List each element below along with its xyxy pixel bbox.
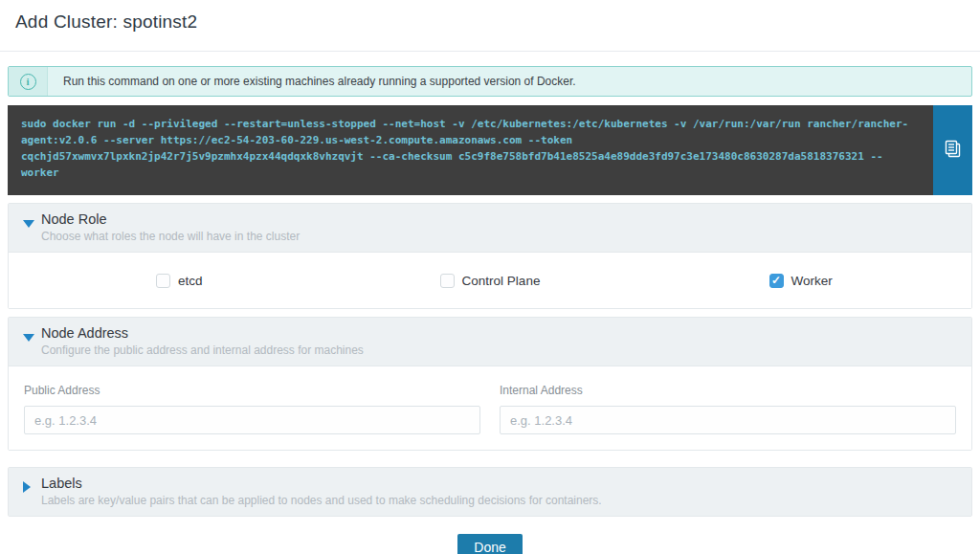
node-address-subtitle: Configure the public address and interna… xyxy=(41,343,958,357)
worker-checkbox[interactable] xyxy=(769,274,784,288)
page-header: Add Cluster: spotinst2 xyxy=(0,0,980,42)
labels-section: Labels Labels are key/value pairs that c… xyxy=(8,467,972,517)
roles-row: etcd Control Plane Worker xyxy=(9,253,971,308)
node-role-body: etcd Control Plane Worker xyxy=(9,252,971,308)
internal-address-input[interactable] xyxy=(500,406,956,434)
public-address-label: Public Address xyxy=(24,384,480,397)
caret-down-icon xyxy=(23,334,34,342)
control-plane-checkbox-label: Control Plane xyxy=(462,274,541,288)
node-address-section: Node Address Configure the public addres… xyxy=(8,317,972,451)
etcd-checkbox-item[interactable]: etcd xyxy=(156,274,203,288)
node-role-section-header[interactable]: Node Role Choose what roles the node wil… xyxy=(9,204,971,252)
add-cluster-page: Add Cluster: spotinst2 i Run this comman… xyxy=(0,0,980,554)
info-banner-text: Run this command on one or more existing… xyxy=(48,67,576,96)
labels-section-header[interactable]: Labels Labels are key/value pairs that c… xyxy=(9,468,971,516)
role-col-worker: Worker xyxy=(645,274,956,288)
node-role-title: Node Role xyxy=(41,211,958,227)
header-divider xyxy=(0,51,980,52)
node-role-subtitle: Choose what roles the node will have in … xyxy=(41,230,958,243)
page-title: Add Cluster: spotinst2 xyxy=(15,11,965,33)
worker-checkbox-label: Worker xyxy=(791,274,833,288)
docker-command-text: sudo docker run -d --privileged --restar… xyxy=(8,105,933,195)
control-plane-checkbox[interactable] xyxy=(440,274,455,288)
info-banner: i Run this command on one or more existi… xyxy=(8,66,972,97)
copy-command-button[interactable] xyxy=(933,105,972,195)
page-footer: Done xyxy=(0,534,980,554)
public-address-input[interactable] xyxy=(24,406,480,434)
internal-address-label: Internal Address xyxy=(500,384,956,397)
info-icon: i xyxy=(20,74,36,90)
address-fields-row: Public Address Internal Address xyxy=(9,366,971,450)
node-role-section: Node Role Choose what roles the node wil… xyxy=(8,203,972,309)
labels-title: Labels xyxy=(41,476,958,491)
clipboard-icon xyxy=(945,140,962,162)
control-plane-checkbox-item[interactable]: Control Plane xyxy=(440,274,541,288)
done-button[interactable]: Done xyxy=(457,534,522,554)
caret-down-icon xyxy=(23,220,34,228)
public-address-field-group: Public Address xyxy=(24,384,480,434)
etcd-checkbox[interactable] xyxy=(156,274,170,288)
worker-checkbox-item[interactable]: Worker xyxy=(769,274,833,288)
node-address-body: Public Address Internal Address xyxy=(9,366,971,450)
node-address-section-header[interactable]: Node Address Configure the public addres… xyxy=(9,318,971,366)
docker-command-block: sudo docker run -d --privileged --restar… xyxy=(8,105,972,195)
labels-subtitle: Labels are key/value pairs that can be a… xyxy=(41,494,958,507)
internal-address-field-group: Internal Address xyxy=(500,384,956,434)
node-address-title: Node Address xyxy=(41,325,958,341)
role-col-control-plane: Control Plane xyxy=(335,274,646,288)
role-col-etcd: etcd xyxy=(24,274,335,288)
caret-right-icon xyxy=(23,481,31,493)
etcd-checkbox-label: etcd xyxy=(178,274,203,288)
info-banner-icon-cell: i xyxy=(9,67,48,96)
